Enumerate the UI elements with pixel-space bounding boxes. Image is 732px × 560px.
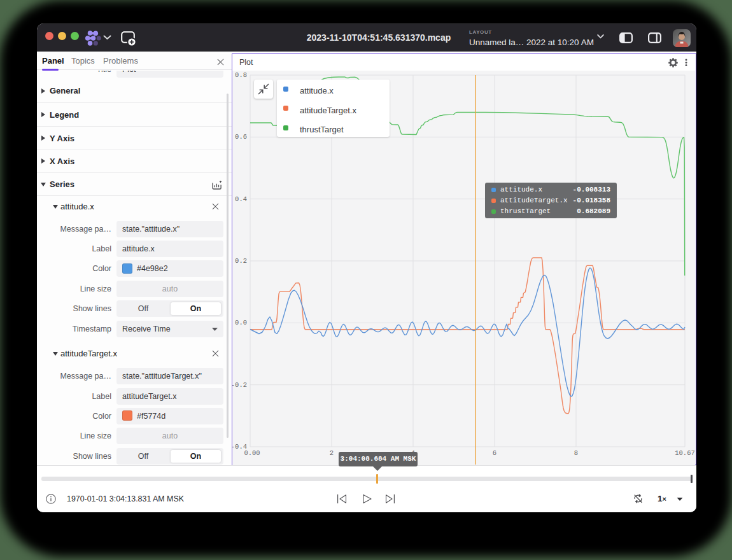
svg-text:8: 8 (574, 449, 578, 457)
svg-text:0.00: 0.00 (244, 449, 260, 457)
svg-text:10.67: 10.67 (675, 449, 695, 457)
svg-text:0.8: 0.8 (235, 71, 247, 79)
svg-text:0.2: 0.2 (235, 257, 247, 265)
svg-text:0.0: 0.0 (235, 319, 247, 326)
svg-text:0.6: 0.6 (235, 133, 247, 141)
svg-text:-0.2: -0.2 (232, 381, 247, 389)
svg-text:0.4: 0.4 (235, 195, 247, 203)
svg-text:6: 6 (493, 449, 496, 457)
svg-text:2: 2 (330, 449, 334, 457)
